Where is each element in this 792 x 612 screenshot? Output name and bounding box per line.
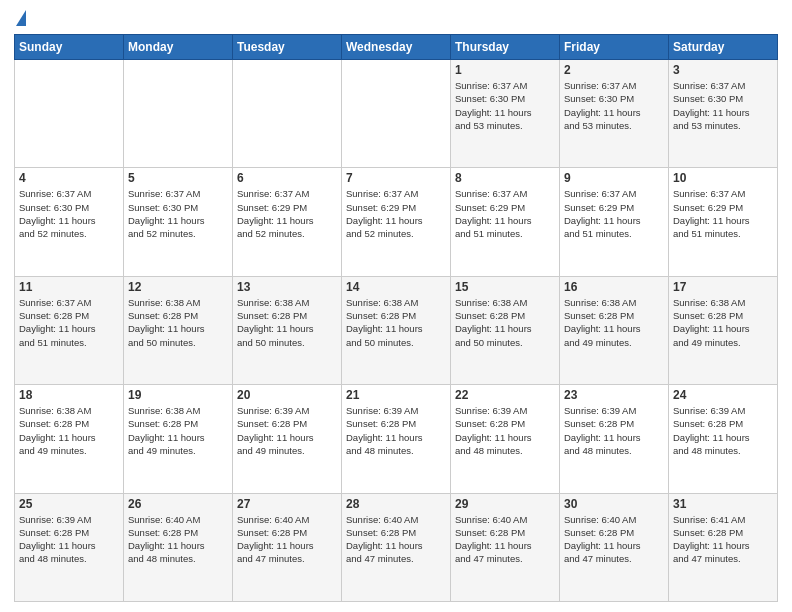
- cell-0-1: [124, 60, 233, 168]
- day-info: Sunrise: 6:39 AM Sunset: 6:28 PM Dayligh…: [19, 514, 96, 565]
- day-number: 27: [237, 497, 337, 511]
- logo-triangle-icon: [16, 10, 26, 26]
- day-info: Sunrise: 6:39 AM Sunset: 6:28 PM Dayligh…: [237, 405, 314, 456]
- day-number: 12: [128, 280, 228, 294]
- col-monday: Monday: [124, 35, 233, 60]
- week-row-4: 18Sunrise: 6:38 AM Sunset: 6:28 PM Dayli…: [15, 385, 778, 493]
- day-number: 28: [346, 497, 446, 511]
- day-number: 31: [673, 497, 773, 511]
- week-row-5: 25Sunrise: 6:39 AM Sunset: 6:28 PM Dayli…: [15, 493, 778, 601]
- calendar-header-row: Sunday Monday Tuesday Wednesday Thursday…: [15, 35, 778, 60]
- day-number: 23: [564, 388, 664, 402]
- cell-3-1: 19Sunrise: 6:38 AM Sunset: 6:28 PM Dayli…: [124, 385, 233, 493]
- day-info: Sunrise: 6:37 AM Sunset: 6:29 PM Dayligh…: [346, 188, 423, 239]
- cell-2-4: 15Sunrise: 6:38 AM Sunset: 6:28 PM Dayli…: [451, 276, 560, 384]
- day-info: Sunrise: 6:38 AM Sunset: 6:28 PM Dayligh…: [455, 297, 532, 348]
- day-number: 6: [237, 171, 337, 185]
- day-info: Sunrise: 6:40 AM Sunset: 6:28 PM Dayligh…: [346, 514, 423, 565]
- page: Sunday Monday Tuesday Wednesday Thursday…: [0, 0, 792, 612]
- cell-4-0: 25Sunrise: 6:39 AM Sunset: 6:28 PM Dayli…: [15, 493, 124, 601]
- cell-4-5: 30Sunrise: 6:40 AM Sunset: 6:28 PM Dayli…: [560, 493, 669, 601]
- day-number: 21: [346, 388, 446, 402]
- day-info: Sunrise: 6:38 AM Sunset: 6:28 PM Dayligh…: [128, 405, 205, 456]
- day-info: Sunrise: 6:37 AM Sunset: 6:30 PM Dayligh…: [673, 80, 750, 131]
- cell-4-6: 31Sunrise: 6:41 AM Sunset: 6:28 PM Dayli…: [669, 493, 778, 601]
- day-number: 30: [564, 497, 664, 511]
- day-info: Sunrise: 6:37 AM Sunset: 6:29 PM Dayligh…: [564, 188, 641, 239]
- cell-3-2: 20Sunrise: 6:39 AM Sunset: 6:28 PM Dayli…: [233, 385, 342, 493]
- cell-1-0: 4Sunrise: 6:37 AM Sunset: 6:30 PM Daylig…: [15, 168, 124, 276]
- col-saturday: Saturday: [669, 35, 778, 60]
- day-info: Sunrise: 6:39 AM Sunset: 6:28 PM Dayligh…: [346, 405, 423, 456]
- cell-0-3: [342, 60, 451, 168]
- day-number: 20: [237, 388, 337, 402]
- day-info: Sunrise: 6:38 AM Sunset: 6:28 PM Dayligh…: [19, 405, 96, 456]
- cell-0-2: [233, 60, 342, 168]
- day-info: Sunrise: 6:37 AM Sunset: 6:30 PM Dayligh…: [455, 80, 532, 131]
- cell-4-3: 28Sunrise: 6:40 AM Sunset: 6:28 PM Dayli…: [342, 493, 451, 601]
- day-info: Sunrise: 6:37 AM Sunset: 6:29 PM Dayligh…: [673, 188, 750, 239]
- cell-2-1: 12Sunrise: 6:38 AM Sunset: 6:28 PM Dayli…: [124, 276, 233, 384]
- cell-0-0: [15, 60, 124, 168]
- cell-1-5: 9Sunrise: 6:37 AM Sunset: 6:29 PM Daylig…: [560, 168, 669, 276]
- col-thursday: Thursday: [451, 35, 560, 60]
- cell-3-3: 21Sunrise: 6:39 AM Sunset: 6:28 PM Dayli…: [342, 385, 451, 493]
- calendar-table: Sunday Monday Tuesday Wednesday Thursday…: [14, 34, 778, 602]
- header: [14, 10, 778, 28]
- day-info: Sunrise: 6:40 AM Sunset: 6:28 PM Dayligh…: [455, 514, 532, 565]
- day-number: 24: [673, 388, 773, 402]
- day-info: Sunrise: 6:38 AM Sunset: 6:28 PM Dayligh…: [237, 297, 314, 348]
- cell-3-5: 23Sunrise: 6:39 AM Sunset: 6:28 PM Dayli…: [560, 385, 669, 493]
- day-info: Sunrise: 6:39 AM Sunset: 6:28 PM Dayligh…: [455, 405, 532, 456]
- day-number: 7: [346, 171, 446, 185]
- logo: [14, 10, 26, 28]
- cell-4-4: 29Sunrise: 6:40 AM Sunset: 6:28 PM Dayli…: [451, 493, 560, 601]
- day-number: 2: [564, 63, 664, 77]
- day-number: 26: [128, 497, 228, 511]
- cell-4-1: 26Sunrise: 6:40 AM Sunset: 6:28 PM Dayli…: [124, 493, 233, 601]
- day-number: 4: [19, 171, 119, 185]
- day-number: 29: [455, 497, 555, 511]
- day-number: 8: [455, 171, 555, 185]
- day-number: 17: [673, 280, 773, 294]
- cell-0-4: 1Sunrise: 6:37 AM Sunset: 6:30 PM Daylig…: [451, 60, 560, 168]
- day-info: Sunrise: 6:37 AM Sunset: 6:28 PM Dayligh…: [19, 297, 96, 348]
- cell-1-6: 10Sunrise: 6:37 AM Sunset: 6:29 PM Dayli…: [669, 168, 778, 276]
- day-info: Sunrise: 6:37 AM Sunset: 6:30 PM Dayligh…: [19, 188, 96, 239]
- col-sunday: Sunday: [15, 35, 124, 60]
- day-number: 22: [455, 388, 555, 402]
- cell-2-2: 13Sunrise: 6:38 AM Sunset: 6:28 PM Dayli…: [233, 276, 342, 384]
- cell-0-6: 3Sunrise: 6:37 AM Sunset: 6:30 PM Daylig…: [669, 60, 778, 168]
- week-row-2: 4Sunrise: 6:37 AM Sunset: 6:30 PM Daylig…: [15, 168, 778, 276]
- cell-3-4: 22Sunrise: 6:39 AM Sunset: 6:28 PM Dayli…: [451, 385, 560, 493]
- day-number: 9: [564, 171, 664, 185]
- day-number: 18: [19, 388, 119, 402]
- day-info: Sunrise: 6:39 AM Sunset: 6:28 PM Dayligh…: [564, 405, 641, 456]
- week-row-1: 1Sunrise: 6:37 AM Sunset: 6:30 PM Daylig…: [15, 60, 778, 168]
- day-number: 1: [455, 63, 555, 77]
- col-tuesday: Tuesday: [233, 35, 342, 60]
- col-wednesday: Wednesday: [342, 35, 451, 60]
- cell-1-4: 8Sunrise: 6:37 AM Sunset: 6:29 PM Daylig…: [451, 168, 560, 276]
- cell-3-6: 24Sunrise: 6:39 AM Sunset: 6:28 PM Dayli…: [669, 385, 778, 493]
- day-number: 15: [455, 280, 555, 294]
- col-friday: Friday: [560, 35, 669, 60]
- day-info: Sunrise: 6:40 AM Sunset: 6:28 PM Dayligh…: [128, 514, 205, 565]
- day-info: Sunrise: 6:38 AM Sunset: 6:28 PM Dayligh…: [346, 297, 423, 348]
- cell-1-1: 5Sunrise: 6:37 AM Sunset: 6:30 PM Daylig…: [124, 168, 233, 276]
- day-info: Sunrise: 6:41 AM Sunset: 6:28 PM Dayligh…: [673, 514, 750, 565]
- day-number: 11: [19, 280, 119, 294]
- day-info: Sunrise: 6:40 AM Sunset: 6:28 PM Dayligh…: [237, 514, 314, 565]
- cell-2-3: 14Sunrise: 6:38 AM Sunset: 6:28 PM Dayli…: [342, 276, 451, 384]
- day-info: Sunrise: 6:37 AM Sunset: 6:29 PM Dayligh…: [237, 188, 314, 239]
- day-info: Sunrise: 6:38 AM Sunset: 6:28 PM Dayligh…: [128, 297, 205, 348]
- cell-3-0: 18Sunrise: 6:38 AM Sunset: 6:28 PM Dayli…: [15, 385, 124, 493]
- day-info: Sunrise: 6:37 AM Sunset: 6:30 PM Dayligh…: [128, 188, 205, 239]
- cell-4-2: 27Sunrise: 6:40 AM Sunset: 6:28 PM Dayli…: [233, 493, 342, 601]
- day-number: 10: [673, 171, 773, 185]
- week-row-3: 11Sunrise: 6:37 AM Sunset: 6:28 PM Dayli…: [15, 276, 778, 384]
- cell-2-5: 16Sunrise: 6:38 AM Sunset: 6:28 PM Dayli…: [560, 276, 669, 384]
- day-number: 25: [19, 497, 119, 511]
- day-info: Sunrise: 6:39 AM Sunset: 6:28 PM Dayligh…: [673, 405, 750, 456]
- day-number: 14: [346, 280, 446, 294]
